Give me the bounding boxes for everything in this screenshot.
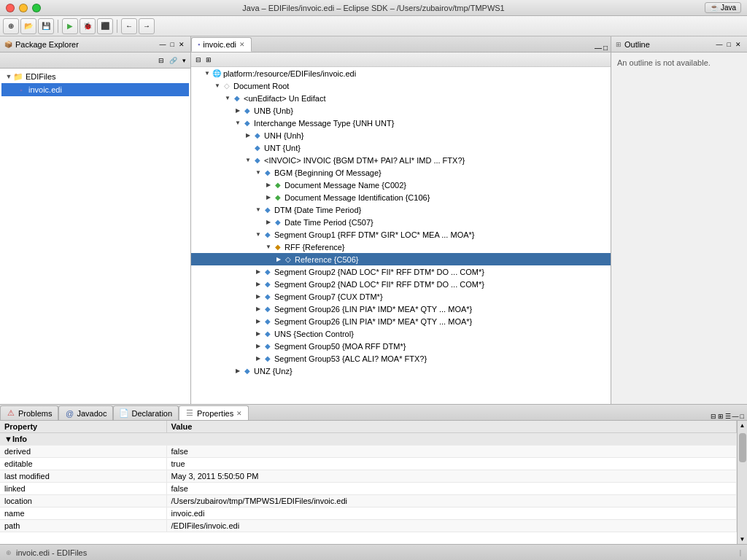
scrollbar-right[interactable]: ▲ ▼	[737, 421, 747, 544]
toolbar-forward-button[interactable]: →	[139, 18, 155, 34]
collapse-all-btn[interactable]: ⊟	[194, 56, 203, 63]
prop-row-lastmod[interactable]: last modified May 3, 2011 5:50:50 PM	[0, 470, 737, 483]
tree-sg7[interactable]: ▶ ◆ Segment Group7 {CUX DTM*}	[191, 290, 611, 303]
expand-doc-id[interactable]: ▶	[264, 194, 273, 201]
expand-ref[interactable]: ▶	[274, 256, 283, 262]
pe-menu-button[interactable]: ▾	[181, 57, 187, 64]
toolbar-debug-button[interactable]: 🐞	[80, 18, 96, 34]
tree-item-invoic-edi[interactable]: ▪ invoic.edi	[1, 83, 189, 96]
outline-minimize-btn[interactable]: —	[715, 41, 724, 48]
expand-invoic[interactable]: ▼	[244, 157, 252, 163]
tree-ref-c506[interactable]: ▶ ◇ Reference {C506}	[191, 253, 611, 265]
tree-unedifact[interactable]: ▼ ◆ <unEdifact> Un Edifact	[191, 92, 611, 104]
tree-sg53[interactable]: ▶ ◆ Segment Group53 {ALC ALI? MOA* FTX?}	[191, 352, 611, 365]
pe-collapse-all-button[interactable]: ⊟	[157, 57, 166, 64]
prop-row-linked[interactable]: linked false	[0, 483, 737, 495]
bottom-tab-controls[interactable]: ⊟ ⊞ ☰ — □	[711, 413, 747, 420]
close-button[interactable]	[6, 4, 15, 12]
bt-icon2[interactable]: ⊞	[718, 413, 724, 420]
tab-declaration[interactable]: 📄 Declaration	[113, 405, 179, 420]
expand-sg50[interactable]: ▶	[254, 343, 263, 349]
bt-icon1[interactable]: ⊟	[711, 413, 716, 420]
expand-rff[interactable]: ▼	[264, 244, 273, 250]
editor-tab-controls[interactable]: — □	[595, 44, 611, 52]
expand-unb[interactable]: ▶	[233, 107, 242, 114]
expand-root[interactable]: ▼	[203, 70, 212, 77]
tree-sg26-1[interactable]: ▶ ◆ Segment Group26 {LIN PIA* IMD* MEA* …	[191, 303, 611, 315]
expand-all-btn[interactable]: ⊞	[204, 56, 213, 63]
pe-link-button[interactable]: 🔗	[168, 57, 179, 64]
expand-bgm[interactable]: ▼	[254, 169, 263, 176]
tree-uns[interactable]: ▶ ◆ UNS {Section Control}	[191, 327, 611, 340]
tab-properties[interactable]: ☰ Properties ✕	[179, 405, 249, 420]
tree-unt[interactable]: ◆ UNT {Unt}	[191, 141, 611, 154]
minimize-button[interactable]	[19, 4, 28, 12]
tree-document-root[interactable]: ▼ ◇ Document Root	[191, 79, 611, 92]
prop-row-derived[interactable]: derived false	[0, 446, 737, 458]
toolbar-run-button[interactable]: ▶	[62, 18, 78, 34]
expand-doc-root[interactable]: ▼	[213, 82, 222, 89]
tree-doc-msg-name[interactable]: ▶ ◆ Document Message Name {C002}	[191, 179, 611, 191]
pe-minimize-button[interactable]: —	[158, 41, 168, 48]
editor-maximize-btn[interactable]: □	[603, 44, 608, 52]
tree-rff[interactable]: ▼ ◆ RFF {Reference}	[191, 241, 611, 253]
expand-doc-name[interactable]: ▶	[264, 182, 273, 188]
tab-problems[interactable]: ⚠ Problems	[0, 405, 58, 420]
maximize-button[interactable]	[32, 4, 41, 12]
tree-sg2-2[interactable]: ▶ ◆ Segment Group2 {NAD LOC* FII* RFF DT…	[191, 278, 611, 290]
tree-seg-group1[interactable]: ▼ ◆ Segment Group1 {RFF DTM* GIR* LOC* M…	[191, 228, 611, 241]
scroll-up-arrow[interactable]: ▲	[738, 421, 747, 430]
scroll-down-arrow[interactable]: ▼	[738, 534, 747, 544]
tree-dtm[interactable]: ▼ ◆ DTM {Date Time Period}	[191, 203, 611, 216]
tree-dtp[interactable]: ▶ ◆ Date Time Period {C507}	[191, 216, 611, 228]
expand-sg26-1[interactable]: ▶	[254, 306, 263, 312]
java-perspective-badge[interactable]: ☕ Java	[705, 2, 741, 13]
expand-uns[interactable]: ▶	[254, 330, 263, 337]
tree-sg2-1[interactable]: ▶ ◆ Segment Group2 {NAD LOC* FII* RFF DT…	[191, 265, 611, 278]
scroll-thumb[interactable]	[739, 433, 746, 462]
expand-dtp[interactable]: ▶	[264, 219, 273, 225]
tab-javadoc[interactable]: @ Javadoc	[58, 405, 113, 420]
toolbar-save-button[interactable]: 💾	[38, 18, 54, 34]
editor-tab-close[interactable]: ✕	[239, 41, 245, 48]
prop-row-path[interactable]: path /EDIFiles/invoic.edi	[0, 520, 737, 532]
expand-interchange[interactable]: ▼	[233, 120, 242, 126]
expand-edifiles[interactable]: ▼	[4, 73, 13, 80]
tree-sg26-2[interactable]: ▶ ◆ Segment Group26 {LIN PIA* IMD* MEA* …	[191, 315, 611, 327]
tree-interchange[interactable]: ▼ ◆ Interchange Message Type {UNH UNT}	[191, 117, 611, 129]
toolbar-stop-button[interactable]: ⬛	[97, 18, 113, 34]
tree-sg50[interactable]: ▶ ◆ Segment Group50 {MOA RFF DTM*}	[191, 340, 611, 352]
toolbar-open-button[interactable]: 📂	[20, 18, 36, 34]
bt-maximize[interactable]: □	[740, 413, 744, 420]
expand-unedifact[interactable]: ▼	[223, 95, 232, 101]
package-explorer-controls[interactable]: — □ ✕	[158, 41, 186, 48]
tree-doc-msg-id[interactable]: ▶ ◆ Document Message Identification {C10…	[191, 191, 611, 203]
pe-maximize-button[interactable]: □	[169, 41, 176, 48]
tree-root-node[interactable]: ▼ 🌐 platform:/resource/EDIFiles/invoic.e…	[191, 67, 611, 79]
tree-bgm[interactable]: ▼ ◆ BGM {Beginning Of Message}	[191, 166, 611, 179]
outline-maximize-btn[interactable]: □	[726, 41, 732, 48]
prop-row-editable[interactable]: editable true	[0, 458, 737, 470]
expand-sg7[interactable]: ▶	[254, 293, 263, 300]
expand-dtm[interactable]: ▼	[254, 206, 263, 213]
prop-row-name[interactable]: name invoic.edi	[0, 508, 737, 520]
editor-minimize-btn[interactable]: —	[595, 44, 602, 52]
expand-unz[interactable]: ▶	[233, 368, 242, 374]
tree-item-edifiles[interactable]: ▼ 📁 EDIFiles	[1, 70, 189, 83]
expand-sg2-2[interactable]: ▶	[254, 281, 263, 287]
tree-unz[interactable]: ▶ ◆ UNZ {Unz}	[191, 365, 611, 377]
tree-unh[interactable]: ▶ ◆ UNH {Unh}	[191, 129, 611, 141]
toolbar-new-button[interactable]: ⊕	[3, 18, 19, 34]
expand-sg53[interactable]: ▶	[254, 355, 263, 362]
expand-unh[interactable]: ▶	[244, 132, 252, 139]
outline-controls[interactable]: — □ ✕	[715, 41, 743, 48]
editor-tab-invoic[interactable]: ▪ invoic.edi ✕	[191, 37, 252, 52]
tree-unb[interactable]: ▶ ◆ UNB {Unb}	[191, 104, 611, 117]
scroll-track[interactable]	[739, 430, 746, 534]
expand-sg2-1[interactable]: ▶	[254, 268, 263, 275]
expand-sg26-2[interactable]: ▶	[254, 318, 263, 324]
tree-invoic[interactable]: ▼ ◆ <INVOIC> INVOIC {BGM DTM+ PAI? ALI* …	[191, 154, 611, 166]
bt-minimize[interactable]: —	[732, 413, 739, 420]
expand-sg1[interactable]: ▼	[254, 231, 263, 238]
outline-close-btn[interactable]: ✕	[734, 41, 743, 48]
